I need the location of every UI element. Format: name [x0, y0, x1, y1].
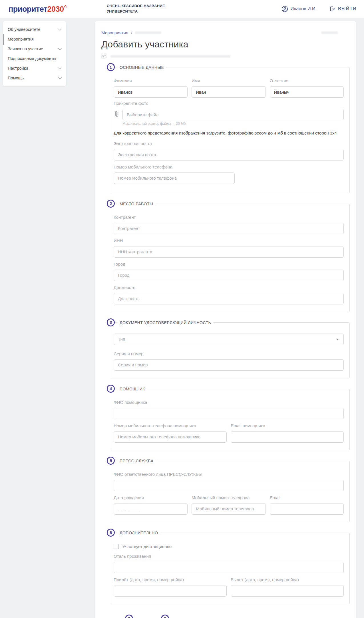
- section-legend: ОСНОВНЫЕ ДАННЫЕ: [117, 65, 166, 70]
- sidebar-item-signed-documents[interactable]: Подписанные документы: [3, 54, 66, 63]
- calendar-icon: [101, 53, 106, 60]
- action-number-badge: 7: [125, 615, 133, 618]
- phone-input[interactable]: [114, 172, 235, 184]
- lastname-label: Фамилия: [114, 78, 188, 83]
- middlename-label: Отчество: [270, 78, 344, 83]
- series-number-label: Серия и номер: [114, 351, 344, 356]
- section-number-badge: 2: [107, 200, 115, 208]
- sidebar-item-label: Подписанные документы: [8, 56, 56, 61]
- sidebar-item-events[interactable]: Мероприятия: [3, 34, 66, 44]
- priority2030-logo: приоритет2030^: [9, 4, 67, 14]
- sidebar-item-label: Заявка на участие: [8, 47, 43, 51]
- departure-input[interactable]: [231, 585, 344, 597]
- section-additional: 6 ДОПОЛНИТЕЛЬНО Участвует дистанционно О…: [111, 533, 350, 604]
- press-fio-input[interactable]: [114, 480, 344, 491]
- email-label: Электронная почта: [114, 141, 344, 146]
- assistant-phone-label: Номер мобильного телефона помощника: [114, 423, 227, 428]
- university-name: ОЧЕНЬ КРАСИВОЕ НАЗВАНИЕ УНИВЕРСИТЕТА: [107, 3, 165, 14]
- photo-helper-text: Максимальный размер файла — 30 Мб.: [122, 122, 344, 126]
- breadcrumb: Мероприятия /: [101, 30, 350, 35]
- remote-participation-label: Участвует дистанционно: [122, 544, 172, 549]
- arrival-input[interactable]: [114, 585, 227, 597]
- logo-caret: ^: [64, 4, 67, 10]
- assistant-email-label: Email помощника: [231, 423, 344, 428]
- action-number-badge: 8: [161, 615, 169, 618]
- logout-button[interactable]: ВЫЙТИ: [329, 6, 357, 12]
- press-phone-label: Мобильный номер телефона: [192, 495, 266, 500]
- press-fio-label: ФИО ответственного лица ПРЕСС-СЛУЖБЫ: [114, 472, 344, 477]
- paperclip-icon: [114, 111, 120, 119]
- section-identity-document: 3 ДОКУМЕНТ УДОСТОВЕРЯЮЩИЙ ЛИЧНОСТЬ Тип С…: [111, 322, 350, 378]
- hotel-label: Отель проживания: [114, 554, 344, 559]
- sidebar-active-indicator: [3, 34, 4, 45]
- document-type-select[interactable]: Тип: [114, 334, 344, 345]
- sidebar-item-about-university[interactable]: Об университете: [3, 25, 66, 34]
- chevron-down-icon: [56, 47, 62, 51]
- photo-file-input[interactable]: [122, 109, 344, 120]
- redacted-event-info: [110, 55, 230, 58]
- section-legend: ПРЕСС-СЛУЖБА: [117, 458, 156, 464]
- contractor-label: Контрагент: [114, 215, 344, 220]
- section-number-badge: 6: [107, 529, 115, 537]
- photo-label: Прикрепите фото: [114, 101, 344, 106]
- sidebar-item-settings[interactable]: Настройки: [3, 63, 66, 73]
- form-actions: 7 СОХРАНИТЬ 8 ОТМЕНА: [112, 615, 350, 618]
- contractor-input[interactable]: [114, 223, 344, 234]
- section-number-badge: 3: [107, 318, 115, 326]
- main-layout: Об университете Мероприятия Заявка на уч…: [0, 18, 364, 618]
- phone-label: Номер мобильного телефона: [114, 164, 344, 170]
- position-label: Должность: [114, 285, 344, 290]
- chevron-down-icon: [56, 27, 62, 32]
- sidebar: Об университете Мероприятия Заявка на уч…: [3, 21, 66, 86]
- section-legend: ДОПОЛНИТЕЛЬНО: [117, 530, 160, 535]
- user-menu[interactable]: Иванов И.И.: [281, 6, 317, 12]
- press-email-input[interactable]: [270, 503, 344, 515]
- section-legend: ПОМОЩНИК: [117, 386, 147, 392]
- press-phone-input[interactable]: [192, 503, 266, 515]
- university-name-line1: ОЧЕНЬ КРАСИВОЕ НАЗВАНИЕ: [107, 3, 165, 9]
- sidebar-item-help[interactable]: Помощь: [3, 73, 66, 83]
- user-icon: [281, 6, 288, 12]
- event-meta-row: [101, 53, 350, 60]
- press-email-label: Email: [270, 495, 344, 500]
- redacted-breadcrumb-text: [321, 31, 338, 34]
- firstname-input[interactable]: [192, 86, 266, 98]
- user-name: Иванов И.И.: [291, 6, 317, 11]
- logo-text: приоритет: [9, 5, 47, 13]
- city-label: Город: [114, 262, 344, 267]
- inn-input[interactable]: [114, 246, 344, 258]
- press-birthdate-input[interactable]: [114, 503, 188, 515]
- remote-participation-checkbox[interactable]: [114, 544, 119, 549]
- departure-label: Вылет (дата, время, номер рейса): [231, 577, 344, 582]
- breadcrumb-link-events[interactable]: Мероприятия: [101, 30, 128, 35]
- page-title: Добавить участника: [101, 39, 350, 50]
- city-input[interactable]: [114, 270, 344, 281]
- logo-year: 2030: [47, 5, 64, 13]
- breadcrumb-separator: /: [131, 30, 132, 35]
- series-number-input[interactable]: [114, 359, 344, 371]
- assistant-fio-input[interactable]: [114, 408, 344, 419]
- sidebar-item-label: Настройки: [8, 66, 28, 71]
- email-input[interactable]: [114, 149, 344, 160]
- section-press-service: 5 ПРЕСС-СЛУЖБА ФИО ответственного лица П…: [111, 461, 350, 522]
- sidebar-item-label: Об университете: [8, 27, 41, 32]
- photo-note-text: Для корректного представления изображени…: [114, 130, 344, 136]
- chevron-down-icon: [56, 66, 62, 71]
- hotel-input[interactable]: [114, 562, 344, 573]
- section-main-data: 1 ОСНОВНЫЕ ДАННЫЕ Фамилия Имя Отчество П…: [111, 67, 350, 193]
- assistant-phone-input[interactable]: [114, 431, 227, 443]
- header-right: Иванов И.И. ВЫЙТИ: [281, 6, 357, 12]
- content-card: Мероприятия / Добавить участника 1 ОСНОВ…: [95, 21, 356, 618]
- chevron-down-icon: [56, 76, 62, 80]
- redacted-breadcrumb-text: [135, 31, 161, 34]
- app-header: приоритет2030^ ОЧЕНЬ КРАСИВОЕ НАЗВАНИЕ У…: [0, 0, 364, 18]
- section-number-badge: 4: [107, 385, 115, 393]
- logout-icon: [329, 6, 335, 12]
- arrival-label: Прилёт (дата, время, номер рейса): [114, 577, 227, 582]
- middlename-input[interactable]: [270, 86, 344, 98]
- sidebar-item-participation-request[interactable]: Заявка на участие: [3, 44, 66, 54]
- position-input[interactable]: [114, 293, 344, 304]
- assistant-email-input[interactable]: [231, 431, 344, 443]
- lastname-input[interactable]: [114, 86, 188, 98]
- section-legend: МЕСТО РАБОТЫ: [117, 201, 156, 206]
